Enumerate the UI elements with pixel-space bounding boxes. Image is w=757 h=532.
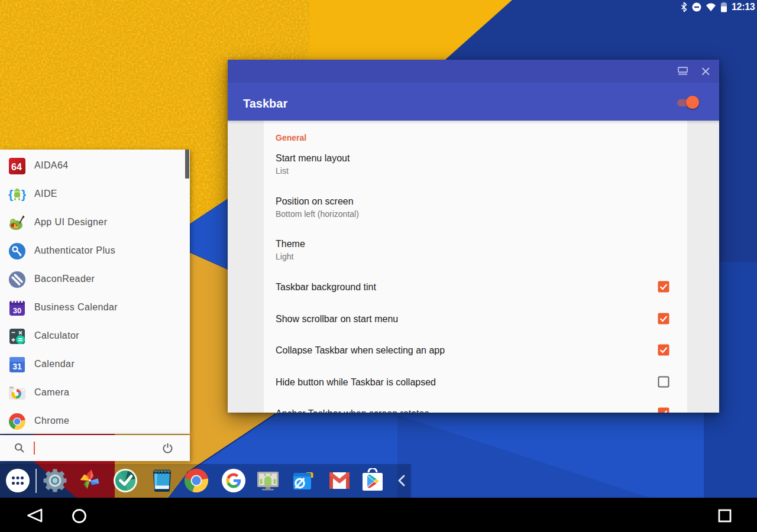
svg-text:31: 31 [12, 362, 22, 371]
svg-text:64: 64 [11, 162, 22, 172]
svg-text:}: } [21, 187, 26, 201]
svg-text:30: 30 [13, 306, 21, 315]
svg-text:{: { [8, 187, 13, 201]
